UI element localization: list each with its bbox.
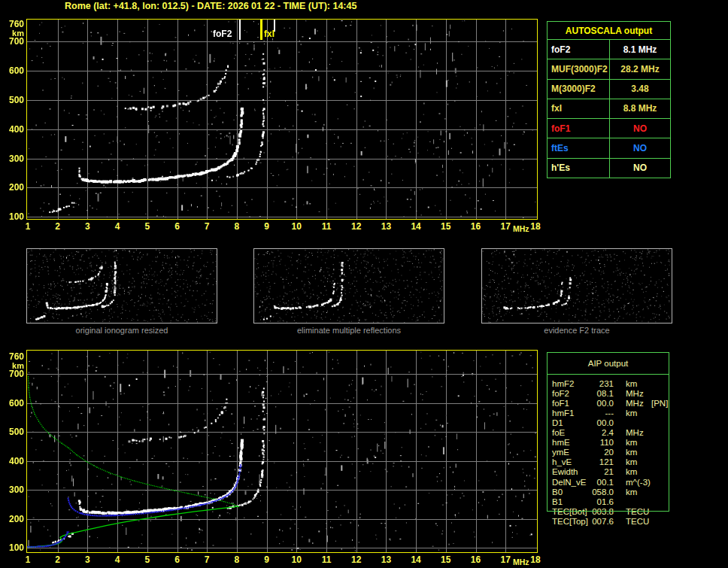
y-axis-tick-label: 600: [0, 66, 24, 75]
x-axis-tick-label: 10: [287, 555, 306, 564]
autoscala-row: MUF(3000)F228.2 MHz: [548, 59, 670, 79]
aip-row: hmF2231km: [548, 379, 669, 389]
x-axis-tick-label: 17: [496, 555, 515, 564]
autoscala-row-value: 8.8 MHz: [610, 99, 670, 118]
x-axis-tick-label: 12: [347, 222, 366, 231]
aip-row: D100.0: [548, 418, 669, 428]
aip-parameter-value: 00.0: [581, 399, 614, 409]
aip-row: ymE20km: [548, 448, 669, 457]
autoscala-row-value: 8.1 MHz: [610, 40, 670, 59]
aip-row: foF208.1MHz: [548, 389, 669, 399]
autoscala-row-value: NO: [610, 119, 670, 138]
aip-parameter-name: foF2: [552, 389, 569, 399]
aip-row: B0058.0km: [548, 488, 669, 497]
y-axis-tick-label: 300: [0, 485, 24, 494]
x-axis-tick-label: 5: [138, 222, 157, 231]
x-axis-tick-label: 1: [18, 222, 38, 231]
x-axis-tick-label: 3: [77, 555, 97, 564]
x-axis-tick-label: 18: [526, 222, 545, 231]
x-axis-tick-label: 9: [257, 555, 277, 564]
panel-caption-3: evidence F2 trace: [481, 326, 672, 335]
y-axis-tick-label: 400: [0, 125, 24, 134]
aip-parameter-name: D1: [552, 418, 563, 428]
aip-parameter-unit: km: [626, 467, 637, 477]
x-axis-tick-label: 11: [317, 555, 336, 564]
x-axis-tick-label: 7: [197, 222, 217, 231]
aip-parameter-value: 003.8: [581, 507, 614, 517]
x-axis-tick-label: 6: [168, 222, 187, 231]
autoscala-row: fxI8.8 MHz: [548, 99, 670, 119]
x-axis-tick-label: 13: [376, 555, 396, 564]
aip-row: TEC[Top]007.6TECU: [548, 517, 669, 527]
autoscala-row: ftEsNO: [548, 138, 670, 158]
y-axis-tick-label: 760: [0, 352, 24, 361]
aip-parameter-unit: km: [626, 438, 637, 448]
thumbnail-original-ionogram: [26, 248, 217, 323]
aip-row: DelN_vE00.1m^(-3): [548, 478, 669, 488]
panel-caption-1: original ionogram resized: [26, 326, 217, 335]
autoscala-row-label: M(3000)F2: [548, 80, 610, 99]
x-axis-tick-label: 3: [77, 222, 97, 231]
x-axis-tick-label: 4: [108, 555, 127, 564]
aip-parameter-value: 231: [581, 379, 614, 389]
aip-row: h_vE121km: [548, 457, 669, 467]
aip-parameter-name: ymE: [552, 448, 569, 457]
y-axis-tick-label: 700: [0, 37, 24, 46]
aip-parameter-name: B1: [552, 497, 563, 507]
x-axis-tick-label: 12: [347, 555, 366, 564]
y-axis-tick-label: 760: [0, 20, 24, 29]
aip-row: B101.6: [548, 497, 669, 507]
aip-parameter-value: 007.6: [581, 517, 614, 527]
aip-row: foF100.0MHz[PN]: [548, 399, 669, 409]
aip-parameter-note: [PN]: [651, 399, 668, 409]
thumbnail-evidence-f2-trace: [481, 248, 672, 323]
aip-output-table: AIP output hmF2231kmfoF208.1MHzfoF100.0M…: [547, 352, 669, 511]
autoscala-output-table: AUTOSCALA output foF28.1 MHzMUF(3000)F22…: [547, 21, 671, 178]
x-axis-tick-label: 14: [406, 222, 426, 231]
aip-parameter-value: 121: [581, 457, 614, 467]
autoscala-table-header: AUTOSCALA output: [548, 22, 670, 40]
aip-parameter-unit: TECU: [626, 507, 649, 517]
y-axis-tick-label: 500: [0, 427, 24, 436]
autoscala-row-label: ftEs: [548, 138, 610, 157]
aip-row: TEC[Bot]003.8TECU: [548, 507, 669, 517]
autoscala-row: foF28.1 MHz: [548, 40, 670, 59]
y-axis-tick-label: 100: [0, 543, 24, 552]
aip-parameter-value: 00.1: [581, 478, 614, 488]
y-axis-tick-label: 300: [0, 154, 24, 163]
panel-caption-2: eliminate multiple reflections: [253, 326, 444, 335]
autoscala-row-label: h'Es: [548, 159, 610, 178]
x-axis-tick-label: 6: [168, 555, 187, 564]
x-axis-tick-label: 14: [406, 555, 426, 564]
aip-parameter-unit: m^(-3): [626, 478, 651, 488]
autoscala-row: M(3000)F23.48: [548, 80, 670, 99]
aip-parameter-name: Ewidth: [552, 467, 578, 477]
aip-parameter-name: hmF2: [552, 379, 574, 389]
aip-parameter-unit: km: [626, 457, 637, 467]
aip-parameter-value: 08.1: [581, 389, 614, 399]
aip-parameter-name: h_vE: [552, 457, 572, 467]
y-axis-tick-label: 500: [0, 96, 24, 105]
x-axis-tick-label: 5: [138, 555, 157, 564]
autoscala-row-label: foF1: [548, 119, 610, 138]
x-axis-tick-label: 17: [496, 222, 515, 231]
aip-row: foE2.4MHz: [548, 428, 669, 438]
aip-parameter-unit: MHz: [626, 399, 644, 409]
x-axis-tick-label: 10: [287, 222, 306, 231]
y-axis-tick-label: 700: [0, 369, 24, 378]
bottom-ionogram-plot: [26, 350, 538, 553]
autoscala-row: h'EsNO: [548, 159, 670, 178]
aip-parameter-value: 20: [581, 448, 614, 457]
autoscala-row-value: 28.2 MHz: [610, 59, 670, 78]
aip-parameter-name: hmE: [552, 438, 570, 448]
autoscala-window: Rome (lat: +41.8, lon: 012.5) - DATE: 20…: [0, 0, 728, 568]
x-axis-tick-label: 9: [257, 222, 277, 231]
x-axis-tick-label: 4: [108, 222, 127, 231]
aip-row: Ewidth21km: [548, 467, 669, 477]
x-axis-tick-label: 15: [436, 555, 456, 564]
x-axis-tick-label: 8: [227, 222, 247, 231]
autoscala-row-value: NO: [610, 138, 670, 157]
aip-parameter-unit: km: [626, 488, 637, 497]
autoscala-row-label: foF2: [548, 40, 610, 59]
aip-parameter-unit: km: [626, 448, 637, 457]
